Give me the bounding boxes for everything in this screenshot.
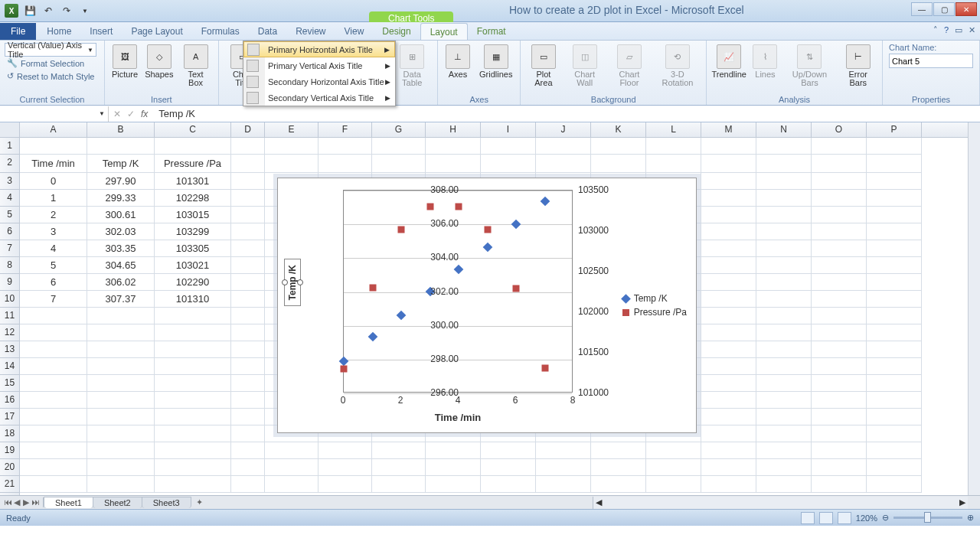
cell-C16[interactable] [155,392,231,409]
cell-P13[interactable] [867,341,922,358]
cell-C7[interactable]: 103305 [155,240,231,257]
col-header-C[interactable]: C [155,122,231,137]
cell-P5[interactable] [867,207,922,223]
cell-B11[interactable] [87,308,155,324]
cell-A6[interactable]: 3 [20,223,87,240]
file-tab[interactable]: File [0,23,36,40]
cell-D13[interactable] [231,341,265,358]
cell-B8[interactable]: 304.65 [87,257,155,274]
cell-K19[interactable] [591,442,646,459]
row-header-14[interactable]: 14 [0,358,19,375]
cell-O11[interactable] [812,308,867,324]
cell-L20[interactable] [646,459,701,476]
cell-M5[interactable] [701,207,756,223]
cell-C3[interactable]: 101301 [155,173,231,190]
x-axis-title[interactable]: Time /min [435,412,481,423]
cell-N2[interactable] [756,155,812,173]
cell-D2[interactable] [231,155,265,173]
cell-K1[interactable] [591,138,646,155]
col-header-F[interactable]: F [318,122,372,137]
cell-O18[interactable] [812,425,867,442]
cell-O21[interactable] [812,476,867,493]
cell-N19[interactable] [756,442,812,459]
vertical-scrollbar[interactable] [968,122,980,495]
cell-J19[interactable] [536,442,591,459]
cell-I1[interactable] [481,138,536,155]
select-all-corner[interactable] [0,122,20,138]
cell-M9[interactable] [701,274,756,291]
menu-primary-vertical[interactable]: Primary Vertical Axis Title▶ [243,57,395,73]
cell-F1[interactable] [318,138,372,155]
qat-dropdown-icon[interactable]: ▼ [77,2,93,19]
cell-A10[interactable]: 7 [20,291,87,308]
cell-B20[interactable] [87,459,155,476]
data-point[interactable] [368,332,377,342]
sheet-tab-sheet1[interactable]: Sheet1 [44,497,93,508]
cell-D16[interactable] [231,392,265,409]
cell-O5[interactable] [812,207,867,223]
zoom-out-icon[interactable]: ⊖ [882,513,889,523]
cell-C1[interactable] [155,138,231,155]
data-point[interactable] [454,264,464,274]
normal-view-icon[interactable] [801,512,815,524]
minimize-button[interactable]: — [911,2,933,16]
cell-G1[interactable] [372,138,426,155]
cell-B10[interactable]: 307.37 [87,291,155,308]
cell-B2[interactable]: Temp /K [87,155,155,173]
cell-C5[interactable]: 103015 [155,207,231,223]
col-header-P[interactable]: P [867,122,922,137]
cell-B1[interactable] [87,138,155,155]
updown-button[interactable]: ⇅Up/Down Bars [783,43,835,89]
col-header-D[interactable]: D [231,122,265,137]
col-header-L[interactable]: L [646,122,701,137]
menu-primary-horizontal[interactable]: Primary Horizontal Axis Title▶ [243,41,395,57]
col-header-E[interactable]: E [265,122,318,137]
cell-O8[interactable] [812,257,867,274]
cell-A16[interactable] [20,392,87,409]
help-icon[interactable]: ? [944,25,949,35]
cell-P14[interactable] [867,358,922,375]
cell-L19[interactable] [646,442,701,459]
save-icon[interactable]: 💾 [21,2,38,19]
data-point[interactable] [397,311,407,321]
cell-O2[interactable] [812,155,867,173]
cell-M12[interactable] [701,324,756,341]
cell-O15[interactable] [812,375,867,392]
row-header-12[interactable]: 12 [0,324,19,341]
data-point[interactable] [484,226,491,233]
cell-I20[interactable] [481,459,536,476]
cell-O7[interactable] [812,240,867,257]
cell-H19[interactable] [426,442,481,459]
horizontal-scrollbar[interactable]: ◀▶ [593,497,968,509]
col-header-O[interactable]: O [812,122,867,137]
col-header-N[interactable]: N [756,122,812,137]
cell-P16[interactable] [867,392,922,409]
rotation-button[interactable]: ⟲3-D Rotation [654,43,701,89]
cell-P18[interactable] [867,425,922,442]
maximize-button[interactable]: ▢ [933,2,955,16]
cell-H2[interactable] [426,155,481,173]
close-button[interactable]: ✕ [956,2,977,16]
cell-N4[interactable] [756,190,812,207]
data-table-button[interactable]: ⊞Data Table [391,43,433,89]
cell-O6[interactable] [812,223,867,240]
row-header-20[interactable]: 20 [0,459,19,476]
cell-D15[interactable] [231,375,265,392]
cell-I2[interactable] [481,155,536,173]
cell-D7[interactable] [231,240,265,257]
cell-K20[interactable] [591,459,646,476]
page-layout-view-icon[interactable] [819,512,833,524]
cell-N6[interactable] [756,223,812,240]
data-point[interactable] [540,197,550,207]
cell-N18[interactable] [756,425,812,442]
last-sheet-icon[interactable]: ⏭ [31,497,40,507]
zoom-in-icon[interactable]: ⊕ [967,513,974,523]
next-sheet-icon[interactable]: ▶ [21,497,31,507]
cell-B19[interactable] [87,442,155,459]
col-header-I[interactable]: I [481,122,536,137]
cell-O16[interactable] [812,392,867,409]
cell-O20[interactable] [812,459,867,476]
data-point[interactable] [339,357,349,367]
cell-M1[interactable] [701,138,756,155]
cell-A20[interactable] [20,459,87,476]
